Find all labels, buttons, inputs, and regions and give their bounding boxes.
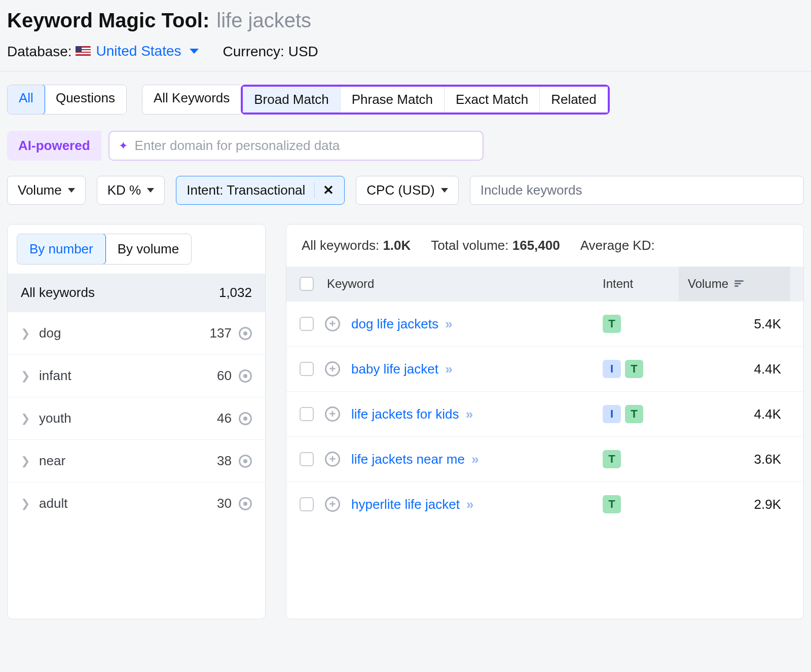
table-row: +hyperlite life jacket »T2.9K bbox=[286, 481, 803, 527]
ai-powered-badge: AI-powered bbox=[7, 131, 101, 161]
row-checkbox[interactable] bbox=[300, 317, 314, 331]
chevron-down-icon bbox=[68, 188, 75, 193]
sparkle-icon: ✦ bbox=[119, 139, 128, 153]
th-volume[interactable]: Volume bbox=[679, 267, 790, 301]
sidebar-group-count: 38 bbox=[217, 453, 232, 469]
th-intent[interactable]: Intent bbox=[603, 277, 679, 291]
toggle-by-volume[interactable]: By volume bbox=[105, 234, 191, 264]
table-header: Keyword Intent Volume bbox=[286, 267, 803, 301]
ai-row: AI-powered ✦ bbox=[7, 131, 804, 161]
filter-volume-label: Volume bbox=[18, 182, 62, 198]
add-keyword-icon[interactable]: + bbox=[325, 452, 340, 467]
chevron-right-icon: ❯ bbox=[21, 455, 30, 468]
sidebar-group-item[interactable]: ❯near38 bbox=[8, 439, 265, 482]
intent-badge-t: T bbox=[603, 315, 621, 333]
sidebar-group-label: youth bbox=[39, 410, 71, 426]
keyword-type-group: All Questions bbox=[7, 85, 127, 115]
keyword-link[interactable]: dog life jackets » bbox=[351, 316, 451, 332]
cell-volume: 2.9K bbox=[679, 497, 790, 512]
filter-row: Volume KD % Intent: Transactional ✕ CPC … bbox=[7, 176, 804, 205]
row-checkbox[interactable] bbox=[300, 497, 314, 511]
intent-badge-i: I bbox=[603, 360, 621, 378]
summary-allkw-label: All keywords: bbox=[302, 238, 379, 253]
search-query: life jackets bbox=[216, 9, 311, 32]
filter-cpc-label: CPC (USD) bbox=[366, 182, 434, 198]
results-summary: All keywords: 1.0K Total volume: 165,400… bbox=[286, 225, 803, 267]
table-row: +dog life jackets »T5.4K bbox=[286, 301, 803, 346]
add-keyword-icon[interactable]: + bbox=[325, 406, 340, 422]
eye-icon[interactable] bbox=[239, 412, 252, 425]
filter-intent-label: Intent: Transactional bbox=[187, 182, 305, 198]
sidebar-group-count: 30 bbox=[217, 496, 232, 511]
intent-badge-t: T bbox=[625, 405, 643, 423]
add-keyword-icon[interactable]: + bbox=[325, 316, 340, 331]
sidebar-group-item[interactable]: ❯infant60 bbox=[8, 354, 265, 397]
eye-icon[interactable] bbox=[239, 497, 252, 510]
tab-questions[interactable]: Questions bbox=[45, 85, 126, 114]
keyword-link[interactable]: hyperlite life jacket » bbox=[351, 497, 472, 512]
tab-phrase-match[interactable]: Phrase Match bbox=[341, 87, 445, 113]
clear-intent-icon[interactable]: ✕ bbox=[314, 182, 334, 198]
add-keyword-icon[interactable]: + bbox=[325, 361, 340, 377]
tab-row: All Questions All Keywords Broad Match P… bbox=[7, 85, 804, 115]
filter-include-keywords[interactable]: Include keywords bbox=[470, 176, 804, 205]
sidebar: By number By volume All keywords 1,032 ❯… bbox=[7, 224, 266, 619]
keyword-link[interactable]: baby life jacket » bbox=[351, 361, 451, 377]
row-checkbox[interactable] bbox=[300, 407, 314, 421]
table-row: +baby life jacket »IT4.4K bbox=[286, 346, 803, 391]
select-all-checkbox[interactable] bbox=[300, 277, 314, 291]
cell-intent: T bbox=[603, 450, 679, 468]
intent-badge-t: T bbox=[603, 450, 621, 468]
toggle-by-number[interactable]: By number bbox=[17, 234, 106, 265]
highlighted-match-tabs: Broad Match Phrase Match Exact Match Rel… bbox=[241, 85, 610, 115]
th-keyword[interactable]: Keyword bbox=[327, 277, 374, 291]
summary-allkw-value: 1.0K bbox=[383, 238, 411, 253]
eye-icon[interactable] bbox=[239, 455, 252, 468]
tab-broad-match[interactable]: Broad Match bbox=[243, 87, 340, 113]
double-chevron-icon: » bbox=[466, 497, 471, 512]
page-header: Keyword Magic Tool: life jackets Databas… bbox=[0, 0, 811, 71]
filter-intent[interactable]: Intent: Transactional ✕ bbox=[176, 176, 345, 205]
sidebar-all-count: 1,032 bbox=[219, 285, 252, 301]
results-panel: All keywords: 1.0K Total volume: 165,400… bbox=[286, 224, 804, 619]
chevron-down-icon bbox=[441, 188, 448, 193]
filter-volume[interactable]: Volume bbox=[7, 176, 86, 205]
th-volume-label: Volume bbox=[688, 277, 728, 291]
chevron-right-icon: ❯ bbox=[21, 369, 30, 383]
flag-us-icon bbox=[76, 46, 91, 56]
table-row: +life jackets near me »T3.6K bbox=[286, 436, 803, 481]
filter-cpc[interactable]: CPC (USD) bbox=[356, 176, 458, 205]
cell-volume: 4.4K bbox=[679, 361, 790, 377]
row-checkbox[interactable] bbox=[300, 362, 314, 376]
intent-badge-t: T bbox=[603, 495, 621, 513]
tool-title: Keyword Magic Tool: bbox=[7, 9, 209, 32]
keyword-link[interactable]: life jackets near me » bbox=[351, 452, 477, 467]
double-chevron-icon: » bbox=[445, 361, 450, 377]
tab-all-keywords[interactable]: All Keywords bbox=[142, 85, 241, 115]
filter-kd[interactable]: KD % bbox=[97, 176, 165, 205]
eye-icon[interactable] bbox=[239, 369, 252, 383]
chevron-right-icon: ❯ bbox=[21, 327, 30, 340]
double-chevron-icon: » bbox=[471, 452, 476, 467]
sidebar-group-label: dog bbox=[39, 325, 61, 341]
add-keyword-icon[interactable]: + bbox=[325, 497, 340, 512]
sidebar-group-item[interactable]: ❯adult30 bbox=[8, 482, 265, 525]
keyword-link[interactable]: life jackets for kids » bbox=[351, 406, 471, 422]
eye-icon[interactable] bbox=[239, 327, 252, 340]
ai-domain-input[interactable] bbox=[135, 138, 473, 154]
chevron-right-icon: ❯ bbox=[21, 412, 30, 425]
tab-exact-match[interactable]: Exact Match bbox=[445, 87, 540, 113]
row-checkbox[interactable] bbox=[300, 452, 314, 466]
sidebar-group-label: infant bbox=[39, 368, 71, 384]
ai-domain-input-wrap[interactable]: ✦ bbox=[108, 131, 484, 161]
sidebar-group-item[interactable]: ❯youth46 bbox=[8, 397, 265, 439]
tab-related[interactable]: Related bbox=[540, 87, 608, 113]
filter-include-label: Include keywords bbox=[481, 182, 582, 198]
database-selector[interactable]: United States bbox=[76, 43, 198, 59]
chevron-right-icon: ❯ bbox=[21, 497, 30, 510]
sidebar-all-keywords[interactable]: All keywords 1,032 bbox=[8, 274, 265, 312]
double-chevron-icon: » bbox=[466, 406, 471, 422]
tab-all[interactable]: All bbox=[7, 85, 45, 115]
chevron-down-icon bbox=[190, 49, 199, 54]
sidebar-group-item[interactable]: ❯dog137 bbox=[8, 312, 265, 354]
